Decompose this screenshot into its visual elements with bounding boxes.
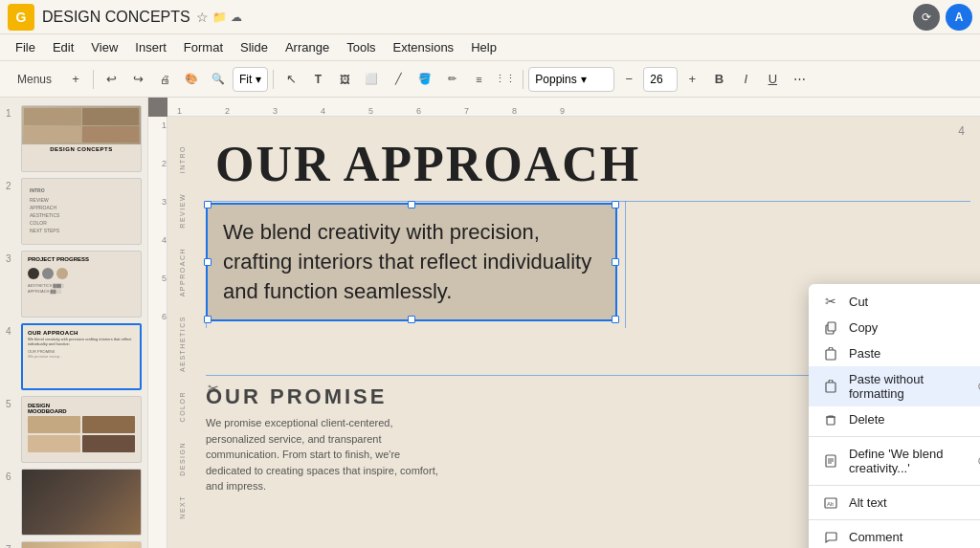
slide-thumb-6[interactable] xyxy=(21,469,142,536)
add-btn[interactable]: + xyxy=(63,67,88,92)
zoom-label: Fit xyxy=(239,73,252,86)
menu-format[interactable]: Format xyxy=(176,38,231,56)
handle-tl[interactable] xyxy=(204,201,212,208)
font-dropdown[interactable]: Poppins ▾ xyxy=(528,67,614,92)
selected-text-content: We blend creativity with precision, craf… xyxy=(223,220,591,303)
main-area: 1 DESIGN CONCEPTS 2 INTRO REV xyxy=(0,98,980,548)
svg-rect-4 xyxy=(827,417,835,425)
ctx-sep-1 xyxy=(809,436,980,437)
paste-icon xyxy=(822,347,839,361)
side-label-review: REVIEW xyxy=(179,193,186,229)
image-btn[interactable]: 🖼 xyxy=(332,67,357,92)
selected-text-box[interactable]: We blend creativity with precision, craf… xyxy=(206,203,617,321)
handle-bm[interactable] xyxy=(408,316,415,323)
menu-file[interactable]: File xyxy=(8,38,43,56)
menu-edit[interactable]: Edit xyxy=(45,38,81,56)
menu-help[interactable]: Help xyxy=(463,38,504,56)
menu-arrange[interactable]: Arrange xyxy=(278,38,337,56)
pen-btn[interactable]: ✏ xyxy=(439,67,464,92)
ctx-alt-text[interactable]: Alt Alt text Ctrl+Alt+Y xyxy=(809,490,980,515)
menu-view[interactable]: View xyxy=(83,38,125,56)
text-btn[interactable]: T xyxy=(305,67,330,92)
font-size-value: 26 xyxy=(650,73,662,86)
history-icon[interactable]: ⟳ xyxy=(913,4,940,31)
ctx-comment[interactable]: Comment Ctrl+Alt+M xyxy=(809,524,980,548)
paint-btn[interactable]: 🎨 xyxy=(179,67,204,92)
slide-item-4[interactable]: 4 OUR APPROACH We blend creativity with … xyxy=(6,323,142,390)
ctx-delete-label: Delete xyxy=(849,412,980,427)
undo-btn[interactable]: ↩ xyxy=(99,67,123,92)
fill-btn[interactable]: 🪣 xyxy=(412,67,437,92)
folder-icon[interactable]: 📁 xyxy=(212,11,227,24)
font-size-input[interactable]: 26 xyxy=(643,67,678,92)
cloud-icon[interactable]: ☁ xyxy=(231,11,242,24)
menu-insert[interactable]: Insert xyxy=(127,38,174,56)
slide-item-7[interactable]: 7 xyxy=(6,541,142,548)
print-btn[interactable]: 🖨 xyxy=(152,67,177,92)
title-right-icons: ⟳ A xyxy=(913,4,972,31)
canvas-area[interactable]: 1 2 3 4 5 6 7 8 9 1 2 3 4 5 6 4 xyxy=(148,98,980,548)
slide-thumb-2[interactable]: INTRO REVIEW APPROACH AESTHETICS COLOR N… xyxy=(21,178,142,245)
menu-tools[interactable]: Tools xyxy=(339,38,383,56)
font-size-increase[interactable]: + xyxy=(679,67,704,92)
svg-rect-1 xyxy=(828,322,835,331)
slide-item-5[interactable]: 5 DESIGNMOODBOARD xyxy=(6,396,142,463)
shape-btn[interactable]: ⬜ xyxy=(359,67,384,92)
zoom-dropdown[interactable]: Fit ▾ xyxy=(233,67,268,92)
redo-btn[interactable]: ↪ xyxy=(125,67,150,92)
context-menu: ✂ Cut Ctrl+X Copy Ctrl+C Paste Ctrl+V xyxy=(809,284,980,548)
handle-mr[interactable] xyxy=(612,258,619,266)
more-tools-btn[interactable]: ⋯ xyxy=(787,67,812,92)
guide-line-top xyxy=(206,201,970,202)
ctx-paste-no-format[interactable]: Paste without formatting Ctrl+Shift+V xyxy=(809,366,980,406)
slide-title: OUR APPROACH xyxy=(196,117,980,192)
ctx-define[interactable]: Define 'We blend creativity...' Ctrl+Shi… xyxy=(809,441,980,481)
align-btn[interactable]: ≡ xyxy=(466,67,491,92)
zoom-btn[interactable]: 🔍 xyxy=(206,67,231,92)
handle-bl[interactable] xyxy=(204,316,212,323)
svg-text:Alt: Alt xyxy=(827,501,834,507)
slide-item-2[interactable]: 2 INTRO REVIEW APPROACH AESTHETICS COLOR… xyxy=(6,178,142,245)
handle-tr[interactable] xyxy=(612,201,619,208)
doc-title[interactable]: DESIGN CONCEPTS xyxy=(42,9,190,26)
menus-button[interactable]: Menus xyxy=(8,67,61,92)
ctx-copy[interactable]: Copy Ctrl+C xyxy=(809,315,980,340)
font-size-decrease[interactable]: − xyxy=(616,67,641,92)
ctx-paste[interactable]: Paste Ctrl+V xyxy=(809,340,980,366)
handle-br[interactable] xyxy=(612,316,619,323)
star-icon[interactable]: ☆ xyxy=(196,10,209,25)
alt-text-icon: Alt xyxy=(822,496,839,510)
delete-icon xyxy=(822,413,839,427)
slide-item-3[interactable]: 3 PROJECT PROGRESS AESTHETICS ▓▓▓░ APPRO… xyxy=(6,251,142,318)
ctx-delete[interactable]: Delete xyxy=(809,406,980,432)
menu-slide[interactable]: Slide xyxy=(233,38,276,56)
menu-bar: File Edit View Insert Format Slide Arran… xyxy=(0,34,980,61)
slide-num-4: 4 xyxy=(6,323,17,337)
ctx-cut[interactable]: ✂ Cut Ctrl+X xyxy=(809,288,980,315)
more-btn[interactable]: ⋮⋮ xyxy=(493,67,518,92)
slide-thumb-3[interactable]: PROJECT PROGRESS AESTHETICS ▓▓▓░ APPROAC… xyxy=(21,251,142,318)
cursor-btn[interactable]: ↖ xyxy=(278,67,303,92)
line-btn[interactable]: ╱ xyxy=(386,67,411,92)
slide-item-6[interactable]: 6 xyxy=(6,469,142,536)
title-bar: G DESIGN CONCEPTS ☆ 📁 ☁ ⟳ A xyxy=(0,0,980,34)
copy-icon xyxy=(822,321,839,335)
ruler-top: 1 2 3 4 5 6 7 8 9 xyxy=(167,98,980,117)
slide-thumb-4[interactable]: OUR APPROACH We blend creativity with pr… xyxy=(21,323,142,390)
sep1 xyxy=(93,70,94,89)
menu-extensions[interactable]: Extensions xyxy=(386,38,462,56)
handle-ml[interactable] xyxy=(204,258,212,266)
slide-thumb-5[interactable]: DESIGNMOODBOARD xyxy=(21,396,142,463)
underline-btn[interactable]: U xyxy=(760,67,785,92)
user-avatar[interactable]: A xyxy=(946,4,972,31)
side-label-design: DESIGN xyxy=(179,442,186,476)
guide-line-right xyxy=(625,201,626,328)
paste-no-format-icon xyxy=(822,380,839,393)
slide-thumb-7[interactable] xyxy=(21,541,142,548)
slide3-label: PROJECT PROGRESS xyxy=(25,254,138,264)
slide-thumb-1[interactable]: DESIGN CONCEPTS xyxy=(21,105,142,172)
handle-tm[interactable] xyxy=(408,201,415,208)
italic-btn[interactable]: I xyxy=(733,67,758,92)
bold-btn[interactable]: B xyxy=(706,67,731,92)
slide-item-1[interactable]: 1 DESIGN CONCEPTS xyxy=(6,105,142,172)
